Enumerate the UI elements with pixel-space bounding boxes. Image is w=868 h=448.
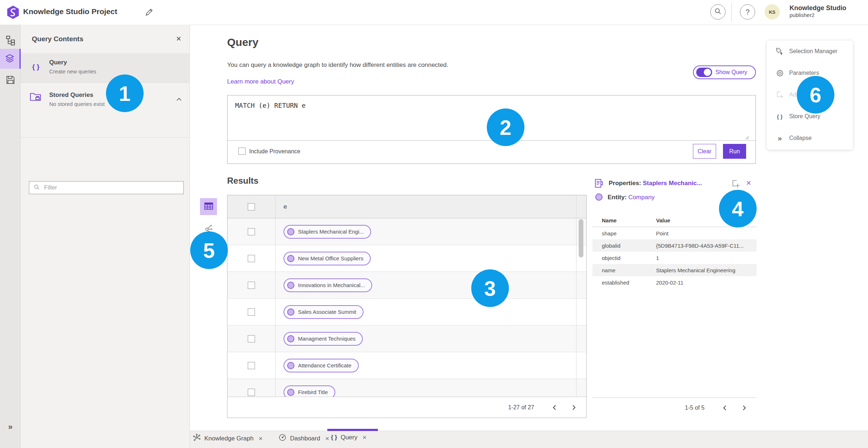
filter-search-icon — [34, 184, 40, 192]
chevron-up-icon[interactable] — [176, 96, 182, 103]
stored-queries-filter[interactable] — [29, 181, 184, 194]
stored-queries-description: No stored queries exist — [49, 101, 105, 107]
property-row[interactable]: globalid{5D9B4713-F98D-4A53-A59F-C11... — [592, 239, 757, 252]
entity-pill[interactable]: Innovations in Mechanical... — [284, 278, 372, 292]
result-row[interactable]: Sales Associate Summit — [227, 299, 586, 325]
entity-dot-icon — [287, 228, 294, 235]
avatar[interactable]: KS — [765, 4, 780, 20]
results-rows: Staplers Mechanical Engi... New Metal Of… — [227, 218, 586, 397]
results-prev-page-button[interactable] — [547, 405, 562, 410]
active-tab-indicator — [327, 429, 378, 431]
entity-pill[interactable]: Staplers Mechanical Engi... — [284, 225, 371, 239]
resize-grip-icon[interactable] — [744, 135, 749, 141]
property-row[interactable]: established2020-02-11 — [592, 276, 757, 289]
entity-dot-icon — [287, 282, 294, 289]
properties-next-page-button[interactable] — [737, 405, 752, 411]
callout-badge-6: 6 — [797, 76, 834, 114]
entity-label: Entity: — [608, 194, 627, 201]
results-scrollbar-thumb[interactable] — [579, 219, 583, 257]
panel-close-icon[interactable]: × — [176, 34, 181, 44]
data-model-icon — [5, 35, 16, 47]
result-row[interactable]: Firebird Title — [227, 379, 586, 397]
save-icon — [6, 75, 15, 86]
search-icon — [714, 8, 722, 16]
query-editor-divider — [227, 140, 756, 141]
user-info[interactable]: Knowledge Studio publisher2 — [790, 4, 846, 18]
properties-prev-page-button[interactable] — [718, 405, 732, 411]
row-checkbox[interactable] — [248, 308, 255, 316]
add-to-new-icon[interactable] — [731, 179, 740, 189]
query-text-input[interactable]: MATCH (e) RETURN e — [235, 102, 306, 109]
close-tab-icon[interactable]: × — [362, 434, 366, 441]
result-row[interactable]: Managment Techniques — [227, 325, 586, 352]
sidebar-item-layers[interactable] — [0, 49, 21, 69]
properties-pagination: 1-5 of 5 — [592, 397, 757, 418]
close-tab-icon[interactable]: × — [325, 435, 329, 443]
results-table-card: e Staplers Mechanical Engi... New Metal … — [227, 195, 587, 418]
sidebar-item-save[interactable] — [0, 71, 21, 90]
callout-badge-4: 4 — [719, 190, 757, 227]
entity-pill[interactable]: Attendance Certificate — [284, 359, 359, 372]
help-button[interactable]: ? — [740, 4, 755, 20]
result-row[interactable]: Innovations in Mechanical... — [227, 272, 586, 299]
result-row[interactable]: Attendance Certificate — [227, 352, 586, 379]
close-tab-icon[interactable]: × — [259, 435, 263, 443]
row-checkbox[interactable] — [248, 389, 255, 396]
row-checkbox[interactable] — [248, 335, 255, 342]
callout-badge-3: 3 — [471, 269, 509, 307]
property-row[interactable]: nameStaplers Mechanical Engineering — [592, 264, 757, 276]
include-provenance-checkbox[interactable] — [238, 148, 246, 155]
show-query-toggle[interactable]: Show Query — [693, 65, 756, 79]
property-row[interactable]: shapePoint — [592, 227, 757, 239]
filter-input[interactable] — [43, 184, 164, 191]
table-icon — [204, 202, 213, 212]
braces-icon: { } — [331, 434, 337, 441]
chevron-left-icon — [552, 405, 557, 410]
entity-pill[interactable]: New Metal Office Suppliers — [284, 252, 371, 265]
row-checkbox[interactable] — [248, 228, 255, 235]
user-role: publisher2 — [790, 12, 846, 18]
entity-pill[interactable]: Firebird Title — [284, 385, 335, 398]
project-title: Knowledge Studio Project — [23, 7, 117, 16]
result-row[interactable]: Staplers Mechanical Engi... — [227, 218, 586, 245]
row-checkbox[interactable] — [248, 362, 255, 369]
expand-panel-button[interactable]: » — [0, 417, 21, 437]
properties-close-icon[interactable]: × — [746, 178, 751, 188]
properties-entity-link[interactable]: Staplers Mechanic... — [643, 180, 702, 187]
entity-dot-icon — [287, 362, 294, 369]
chevron-left-icon — [723, 405, 727, 411]
app-logo-icon[interactable] — [7, 5, 19, 21]
results-range-label: 1-27 of 27 — [508, 404, 534, 411]
properties-label: Properties: — [609, 180, 641, 187]
results-next-page-button[interactable] — [567, 405, 581, 410]
property-row[interactable]: objectid1 — [592, 252, 757, 264]
learn-more-link[interactable]: Learn more about Query — [227, 78, 294, 85]
entity-type-link[interactable]: Company — [628, 194, 655, 201]
table-view-button[interactable] — [200, 198, 217, 215]
edit-title-icon[interactable] — [145, 8, 153, 18]
menu-item-collapse[interactable]: » Collapse — [767, 127, 853, 149]
row-checkbox[interactable] — [248, 255, 255, 262]
result-row[interactable]: New Metal Office Suppliers — [227, 245, 586, 272]
panel-item-stored-queries[interactable]: Stored Queries No stored queries exist — [21, 86, 190, 137]
run-button[interactable]: Run — [723, 144, 746, 159]
tab-query[interactable]: { } Query × — [331, 434, 366, 441]
search-button[interactable] — [710, 4, 726, 20]
callout-badge-2: 2 — [487, 108, 524, 146]
row-checkbox[interactable] — [248, 282, 255, 289]
select-all-checkbox[interactable] — [248, 203, 255, 210]
panel-item-query[interactable]: { } Query Create new queries — [21, 53, 190, 82]
sidebar-item-data-model[interactable] — [0, 31, 21, 51]
menu-item-selection-manager[interactable]: Selection Manager — [767, 40, 853, 62]
results-header-row: e — [227, 195, 586, 218]
clear-button[interactable]: Clear — [693, 144, 716, 159]
layers-icon — [5, 53, 15, 65]
selection-manager-icon — [775, 47, 784, 56]
entity-pill[interactable]: Managment Techniques — [284, 332, 363, 346]
entity-dot-icon — [287, 308, 294, 316]
include-provenance-label: Include Provenance — [249, 148, 300, 155]
toggle-track — [696, 68, 712, 77]
entity-pill[interactable]: Sales Associate Summit — [284, 305, 363, 319]
tab-knowledge-graph[interactable]: Knowledge Graph × — [193, 434, 263, 443]
tab-dashboard[interactable]: Dashboard × — [278, 434, 329, 443]
